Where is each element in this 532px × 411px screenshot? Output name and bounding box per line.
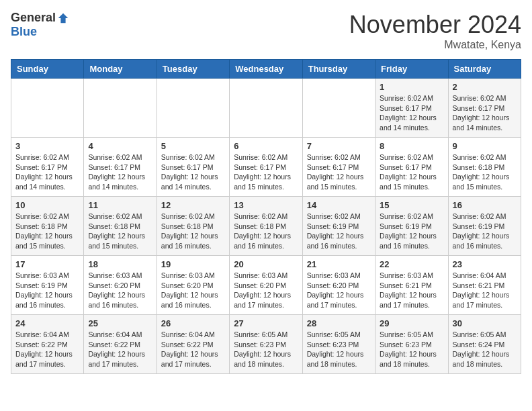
calendar-day-cell: 13Sunrise: 6:02 AM Sunset: 6:18 PM Dayli… [230,197,302,256]
day-info: Sunrise: 6:02 AM Sunset: 6:19 PM Dayligh… [453,212,517,251]
calendar-day-header: Monday [84,60,157,79]
day-info: Sunrise: 6:02 AM Sunset: 6:17 PM Dayligh… [161,152,225,192]
svg-marker-0 [58,13,68,22]
day-number: 1 [380,82,443,92]
day-info: Sunrise: 6:04 AM Sunset: 6:22 PM Dayligh… [88,330,152,369]
day-number: 19 [161,259,225,269]
day-number: 9 [453,141,517,151]
calendar-day-cell: 24Sunrise: 6:04 AM Sunset: 6:22 PM Dayli… [11,315,84,374]
logo-general-text: General [11,11,56,25]
calendar-day-cell: 1Sunrise: 6:02 AM Sunset: 6:17 PM Daylig… [375,79,448,138]
day-number: 11 [88,200,152,210]
logo-blue-text: Blue [11,25,37,39]
calendar-day-cell: 28Sunrise: 6:05 AM Sunset: 6:23 PM Dayli… [302,315,375,374]
calendar-day-header: Friday [375,60,448,79]
calendar-week-row: 1Sunrise: 6:02 AM Sunset: 6:17 PM Daylig… [11,79,521,138]
day-info: Sunrise: 6:02 AM Sunset: 6:18 PM Dayligh… [234,212,298,251]
calendar-day-header: Sunday [11,60,84,79]
day-number: 24 [15,318,79,328]
calendar-day-cell: 14Sunrise: 6:02 AM Sunset: 6:19 PM Dayli… [302,197,375,256]
calendar-day-cell: 17Sunrise: 6:03 AM Sunset: 6:19 PM Dayli… [11,256,84,315]
day-info: Sunrise: 6:05 AM Sunset: 6:23 PM Dayligh… [234,330,298,369]
calendar-day-cell: 8Sunrise: 6:02 AM Sunset: 6:17 PM Daylig… [375,138,448,197]
day-info: Sunrise: 6:03 AM Sunset: 6:20 PM Dayligh… [161,271,225,310]
calendar-day-cell: 10Sunrise: 6:02 AM Sunset: 6:18 PM Dayli… [11,197,84,256]
day-number: 29 [380,318,443,328]
day-number: 5 [161,141,225,151]
calendar-week-row: 24Sunrise: 6:04 AM Sunset: 6:22 PM Dayli… [11,315,521,374]
day-number: 7 [307,141,371,151]
day-number: 18 [88,259,152,269]
calendar-day-cell [302,79,375,138]
day-info: Sunrise: 6:02 AM Sunset: 6:18 PM Dayligh… [88,212,152,251]
title-area: November 2024 Mwatate, Kenya [349,11,521,51]
calendar-day-cell: 7Sunrise: 6:02 AM Sunset: 6:17 PM Daylig… [302,138,375,197]
day-number: 23 [453,259,517,269]
day-number: 21 [307,259,371,269]
day-number: 12 [161,200,225,210]
calendar-day-cell: 30Sunrise: 6:05 AM Sunset: 6:24 PM Dayli… [448,315,521,374]
day-number: 4 [88,141,152,151]
day-info: Sunrise: 6:04 AM Sunset: 6:22 PM Dayligh… [15,330,79,369]
day-info: Sunrise: 6:02 AM Sunset: 6:18 PM Dayligh… [161,212,225,251]
calendar-header-row: SundayMondayTuesdayWednesdayThursdayFrid… [11,60,521,79]
day-info: Sunrise: 6:03 AM Sunset: 6:20 PM Dayligh… [234,271,298,310]
day-number: 6 [234,141,298,151]
calendar-day-cell: 11Sunrise: 6:02 AM Sunset: 6:18 PM Dayli… [84,197,157,256]
location: Mwatate, Kenya [349,39,521,51]
calendar-day-cell: 26Sunrise: 6:04 AM Sunset: 6:22 PM Dayli… [157,315,229,374]
calendar-day-cell: 3Sunrise: 6:02 AM Sunset: 6:17 PM Daylig… [11,138,84,197]
day-info: Sunrise: 6:04 AM Sunset: 6:22 PM Dayligh… [161,330,225,369]
logo: General Blue [11,11,69,39]
day-number: 3 [15,141,79,151]
day-info: Sunrise: 6:02 AM Sunset: 6:17 PM Dayligh… [380,93,443,133]
calendar-day-header: Saturday [448,60,521,79]
day-info: Sunrise: 6:02 AM Sunset: 6:17 PM Dayligh… [88,152,152,192]
calendar-day-header: Wednesday [230,60,302,79]
day-info: Sunrise: 6:05 AM Sunset: 6:23 PM Dayligh… [307,330,371,369]
day-info: Sunrise: 6:03 AM Sunset: 6:21 PM Dayligh… [380,271,443,310]
calendar-week-row: 10Sunrise: 6:02 AM Sunset: 6:18 PM Dayli… [11,197,521,256]
day-info: Sunrise: 6:02 AM Sunset: 6:17 PM Dayligh… [380,152,443,192]
day-info: Sunrise: 6:03 AM Sunset: 6:20 PM Dayligh… [88,271,152,310]
day-number: 2 [453,82,517,92]
day-info: Sunrise: 6:05 AM Sunset: 6:24 PM Dayligh… [453,330,517,369]
calendar-day-cell: 5Sunrise: 6:02 AM Sunset: 6:17 PM Daylig… [157,138,229,197]
day-number: 17 [15,259,79,269]
calendar-day-cell: 23Sunrise: 6:04 AM Sunset: 6:21 PM Dayli… [448,256,521,315]
day-info: Sunrise: 6:02 AM Sunset: 6:17 PM Dayligh… [453,93,517,133]
day-number: 30 [453,318,517,328]
calendar-week-row: 3Sunrise: 6:02 AM Sunset: 6:17 PM Daylig… [11,138,521,197]
day-info: Sunrise: 6:02 AM Sunset: 6:18 PM Dayligh… [15,212,79,251]
day-info: Sunrise: 6:02 AM Sunset: 6:17 PM Dayligh… [307,152,371,192]
day-number: 25 [88,318,152,328]
calendar-day-cell: 4Sunrise: 6:02 AM Sunset: 6:17 PM Daylig… [84,138,157,197]
calendar-day-cell: 27Sunrise: 6:05 AM Sunset: 6:23 PM Dayli… [230,315,302,374]
calendar-day-header: Tuesday [157,60,229,79]
calendar-day-cell [157,79,229,138]
calendar-day-cell [84,79,157,138]
calendar-day-cell: 2Sunrise: 6:02 AM Sunset: 6:17 PM Daylig… [448,79,521,138]
calendar-day-cell: 15Sunrise: 6:02 AM Sunset: 6:19 PM Dayli… [375,197,448,256]
day-info: Sunrise: 6:03 AM Sunset: 6:19 PM Dayligh… [15,271,79,310]
calendar-week-row: 17Sunrise: 6:03 AM Sunset: 6:19 PM Dayli… [11,256,521,315]
calendar-day-cell: 20Sunrise: 6:03 AM Sunset: 6:20 PM Dayli… [230,256,302,315]
calendar-day-cell [230,79,302,138]
day-info: Sunrise: 6:02 AM Sunset: 6:19 PM Dayligh… [307,212,371,251]
day-info: Sunrise: 6:02 AM Sunset: 6:17 PM Dayligh… [234,152,298,192]
calendar-day-cell [11,79,84,138]
page-header: General Blue November 2024 Mwatate, Keny… [11,11,521,51]
day-number: 14 [307,200,371,210]
day-number: 28 [307,318,371,328]
logo-icon [57,12,69,24]
calendar-day-cell: 29Sunrise: 6:05 AM Sunset: 6:23 PM Dayli… [375,315,448,374]
calendar-table: SundayMondayTuesdayWednesdayThursdayFrid… [11,59,521,374]
day-number: 15 [380,200,443,210]
day-info: Sunrise: 6:02 AM Sunset: 6:19 PM Dayligh… [380,212,443,251]
calendar-day-cell: 12Sunrise: 6:02 AM Sunset: 6:18 PM Dayli… [157,197,229,256]
day-info: Sunrise: 6:03 AM Sunset: 6:20 PM Dayligh… [307,271,371,310]
day-number: 22 [380,259,443,269]
day-number: 13 [234,200,298,210]
month-title: November 2024 [349,11,521,39]
calendar-day-cell: 9Sunrise: 6:02 AM Sunset: 6:18 PM Daylig… [448,138,521,197]
